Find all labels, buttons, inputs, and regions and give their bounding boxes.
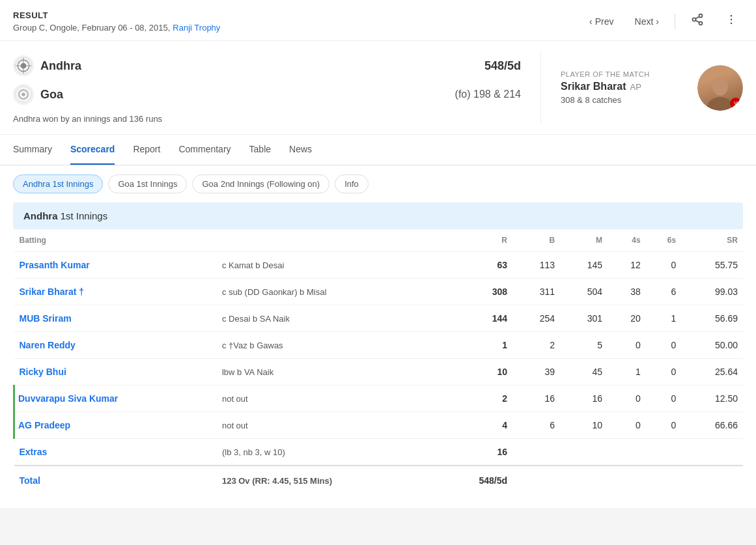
- runs: 144: [440, 305, 512, 332]
- innings-tab-goa-1st[interactable]: Goa 1st Innings: [108, 175, 187, 193]
- innings-team: Andhra: [23, 210, 58, 221]
- tab-commentary[interactable]: Commentary: [178, 135, 231, 165]
- col-r: R: [440, 229, 512, 252]
- fours: 12: [608, 252, 646, 279]
- svg-point-0: [699, 14, 703, 18]
- svg-point-1: [693, 18, 696, 21]
- team2-score: (fo) 198 & 214: [455, 89, 521, 100]
- fours: 1: [608, 359, 646, 385]
- extras-detail: (lb 3, nb 3, w 10): [217, 439, 441, 466]
- potm-stats: 308 & 8 catches: [561, 95, 687, 105]
- balls: 16: [512, 385, 560, 412]
- innings-tab-info[interactable]: Info: [335, 175, 369, 193]
- table-row: MUB Sriram c Desai b SA Naik 144 254 301…: [14, 305, 744, 332]
- svg-point-5: [731, 15, 733, 17]
- dismissal: not out: [217, 412, 441, 439]
- batsman-name[interactable]: AG Pradeep: [14, 412, 217, 439]
- potm-team: AP: [630, 82, 641, 92]
- potm-name: Srikar Bharat: [561, 81, 626, 92]
- prev-chevron-icon: ‹: [589, 16, 593, 27]
- tab-scorecard[interactable]: Scorecard: [70, 135, 115, 165]
- balls: 39: [512, 359, 560, 385]
- section-divider: [540, 51, 541, 124]
- table-row: AG Pradeep not out 4 6 10 0 0 66.66: [14, 412, 744, 439]
- col-4s: 4s: [608, 229, 646, 252]
- more-icon: [725, 13, 738, 26]
- svg-point-2: [699, 21, 703, 25]
- minutes: 45: [560, 359, 608, 385]
- innings-tab-andhra-1st[interactable]: Andhra 1st Innings: [13, 175, 103, 193]
- dismissal: c †Vaz b Gawas: [217, 332, 441, 359]
- share-button[interactable]: [686, 10, 709, 32]
- runs: 4: [440, 412, 512, 439]
- table-row: Ricky Bhui lbw b VA Naik 10 39 45 1 0 25…: [14, 359, 744, 385]
- next-button[interactable]: Next ›: [630, 14, 664, 29]
- team1-name: Andhra: [40, 59, 81, 73]
- balls: 254: [512, 305, 560, 332]
- innings-tabs: Andhra 1st Innings Goa 1st Innings Goa 2…: [0, 165, 756, 203]
- minutes: 5: [560, 332, 608, 359]
- next-chevron-icon: ›: [656, 16, 659, 27]
- team2-logo: [13, 84, 34, 105]
- tab-summary[interactable]: Summary: [13, 135, 52, 165]
- sixes: 0: [646, 385, 681, 412]
- strike-rate: 12.50: [681, 385, 743, 412]
- dismissal: c Desai b SA Naik: [217, 305, 441, 332]
- share-icon: [691, 13, 704, 26]
- total-value: 548/5d: [440, 466, 512, 495]
- team2-name: Goa: [40, 88, 63, 102]
- col-m: M: [560, 229, 608, 252]
- svg-line-3: [695, 20, 699, 22]
- dismissal: not out: [217, 385, 441, 412]
- sixes: 0: [646, 412, 681, 439]
- batsman-name[interactable]: Duvvarapu Siva Kumar: [14, 385, 217, 412]
- total-overs: 123 Ov (RR: 4.45, 515 Mins): [217, 466, 441, 495]
- table-row: Duvvarapu Siva Kumar not out 2 16 16 0 0…: [14, 385, 744, 412]
- batsman-name[interactable]: MUB Sriram: [14, 305, 217, 332]
- tab-table[interactable]: Table: [249, 135, 271, 165]
- batsman-name[interactable]: Srikar Bharat †: [14, 279, 217, 305]
- verified-badge: v: [730, 98, 742, 109]
- runs: 2: [440, 385, 512, 412]
- svg-point-15: [21, 92, 25, 96]
- col-dismissal: [217, 229, 441, 252]
- table-row: Srikar Bharat † c sub (DD Gaonkar) b Mis…: [14, 279, 744, 305]
- batsman-name[interactable]: Naren Reddy: [14, 332, 217, 359]
- runs: 63: [440, 252, 512, 279]
- match-info-text: Group C, Ongole, February 06 - 08, 2015,: [13, 23, 170, 33]
- dismissal: c sub (DD Gaonkar) b Misal: [217, 279, 441, 305]
- more-button[interactable]: [720, 10, 743, 32]
- prev-label: Prev: [595, 16, 614, 27]
- minutes: 145: [560, 252, 608, 279]
- fours: 0: [608, 412, 646, 439]
- nav-divider: [675, 14, 675, 29]
- col-sr: SR: [681, 229, 743, 252]
- table-row: Naren Reddy c †Vaz b Gawas 1 2 5 0 0 50.…: [14, 332, 744, 359]
- strike-rate: 50.00: [681, 332, 743, 359]
- sixes: 0: [646, 332, 681, 359]
- fours: 0: [608, 385, 646, 412]
- strike-rate: 99.03: [681, 279, 743, 305]
- batsman-name[interactable]: Ricky Bhui: [14, 359, 217, 385]
- batting-table: Batting R B M 4s 6s SR Prasanth Kumar c …: [13, 229, 743, 495]
- runs: 1: [440, 332, 512, 359]
- innings-tab-goa-2nd[interactable]: Goa 2nd Innings (Following on): [192, 175, 329, 193]
- sixes: 0: [646, 359, 681, 385]
- minutes: 504: [560, 279, 608, 305]
- dismissal: lbw b VA Naik: [217, 359, 441, 385]
- minutes: 301: [560, 305, 608, 332]
- total-row: Total 123 Ov (RR: 4.45, 515 Mins) 548/5d: [14, 466, 744, 495]
- minutes: 10: [560, 412, 608, 439]
- fours: 0: [608, 332, 646, 359]
- tournament-link[interactable]: Ranji Trophy: [173, 23, 220, 33]
- tab-report[interactable]: Report: [133, 135, 160, 165]
- runs: 10: [440, 359, 512, 385]
- batsman-name[interactable]: Prasanth Kumar: [14, 252, 217, 279]
- prev-button[interactable]: ‹ Prev: [584, 14, 619, 29]
- total-label: Total: [14, 466, 217, 495]
- col-6s: 6s: [646, 229, 681, 252]
- team1-score: 548/5d: [484, 59, 521, 73]
- tab-news[interactable]: News: [289, 135, 312, 165]
- svg-line-4: [695, 16, 699, 18]
- result-label: RESULT: [13, 10, 220, 20]
